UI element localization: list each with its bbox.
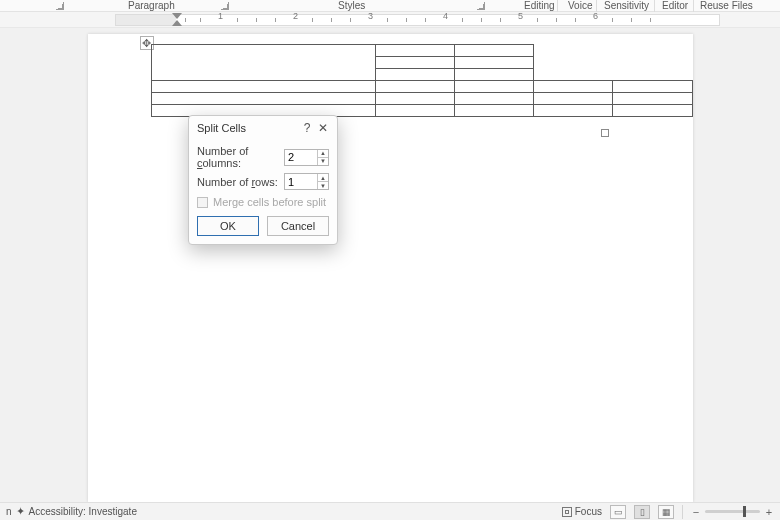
paragraph-dialog-launcher-icon[interactable] bbox=[221, 2, 229, 10]
print-layout-button[interactable]: ▯ bbox=[634, 505, 650, 519]
document-table[interactable] bbox=[151, 44, 693, 117]
rows-spin-down-icon[interactable]: ▼ bbox=[318, 182, 328, 189]
rows-input[interactable] bbox=[285, 174, 317, 189]
ruler-mark: 6 bbox=[593, 11, 598, 21]
table-row[interactable] bbox=[151, 93, 692, 105]
ribbon-separator bbox=[654, 0, 655, 12]
columns-spinner[interactable]: ▲ ▼ bbox=[284, 149, 329, 166]
table-cell[interactable] bbox=[375, 45, 454, 57]
rows-spin-up-icon[interactable]: ▲ bbox=[318, 174, 328, 182]
hanging-indent-icon[interactable] bbox=[172, 20, 182, 26]
columns-input[interactable] bbox=[285, 150, 317, 165]
ruler-tick bbox=[312, 18, 313, 22]
table-cell[interactable] bbox=[533, 81, 612, 93]
columns-row: Number of columns: ▲ ▼ bbox=[197, 145, 329, 169]
read-mode-button[interactable]: ▭ bbox=[610, 505, 626, 519]
table-resize-handle-icon[interactable] bbox=[601, 129, 609, 137]
table-cell[interactable] bbox=[375, 105, 454, 117]
table-cell[interactable] bbox=[533, 105, 612, 117]
table-cell[interactable] bbox=[375, 93, 454, 105]
document-page[interactable]: ✥ bbox=[88, 34, 693, 502]
ribbon-separator bbox=[693, 0, 694, 12]
ribbon-group-reuse-files: Reuse Files bbox=[700, 0, 753, 11]
table-cell[interactable] bbox=[151, 45, 375, 81]
columns-spin-up-icon[interactable]: ▲ bbox=[318, 150, 328, 158]
table-cell[interactable] bbox=[151, 93, 375, 105]
ok-button[interactable]: OK bbox=[197, 216, 259, 236]
columns-label: Number of columns: bbox=[197, 145, 284, 169]
table-cell[interactable] bbox=[375, 57, 454, 69]
table-cell[interactable] bbox=[454, 45, 533, 57]
table-cell[interactable] bbox=[533, 93, 612, 105]
ruler-tick bbox=[425, 18, 426, 22]
web-icon: ▦ bbox=[662, 507, 671, 517]
cancel-button[interactable]: Cancel bbox=[267, 216, 329, 236]
split-cells-dialog: Split Cells ? ✕ Number of columns: ▲ ▼ N… bbox=[188, 115, 338, 245]
ruler-tick bbox=[387, 18, 388, 22]
ruler-tick bbox=[612, 18, 613, 22]
status-left: n ✦ Accessibility: Investigate bbox=[6, 505, 137, 518]
table-cell[interactable] bbox=[151, 81, 375, 93]
rows-spinner[interactable]: ▲ ▼ bbox=[284, 173, 329, 190]
table-cell[interactable] bbox=[613, 81, 692, 93]
table-cell[interactable] bbox=[454, 93, 533, 105]
zoom-in-button[interactable]: + bbox=[764, 506, 774, 518]
ruler-tick bbox=[256, 18, 257, 22]
zoom-slider[interactable]: − + bbox=[691, 506, 774, 518]
ribbon-group-sensitivity: Sensitivity bbox=[604, 0, 649, 11]
dialog-titlebar[interactable]: Split Cells ? ✕ bbox=[189, 116, 337, 139]
ruler-tick bbox=[650, 18, 651, 22]
table-cell[interactable] bbox=[454, 81, 533, 93]
zoom-out-button[interactable]: − bbox=[691, 506, 701, 518]
styles-dialog-launcher-icon[interactable] bbox=[477, 2, 485, 10]
ruler-tick bbox=[350, 18, 351, 22]
focus-mode-button[interactable]: Focus bbox=[562, 506, 602, 517]
ruler-tick bbox=[575, 18, 576, 22]
dialog-buttons: OK Cancel bbox=[197, 216, 329, 236]
page-icon: ▯ bbox=[640, 507, 645, 517]
ruler-mark: 4 bbox=[443, 11, 448, 21]
ruler-tick bbox=[631, 18, 632, 22]
status-right: Focus ▭ ▯ ▦ − + bbox=[562, 505, 774, 519]
ruler-tick bbox=[462, 18, 463, 22]
rows-label: Number of rows: bbox=[197, 176, 284, 188]
table-cell[interactable] bbox=[454, 69, 533, 81]
ribbon-group-styles: Styles bbox=[338, 0, 365, 11]
table-row[interactable] bbox=[151, 81, 692, 93]
ruler-tick bbox=[200, 18, 201, 22]
table-row[interactable] bbox=[151, 45, 692, 57]
font-dialog-launcher-icon[interactable] bbox=[56, 2, 64, 10]
horizontal-ruler[interactable]: 1 2 3 4 5 6 bbox=[0, 12, 780, 28]
table-cell[interactable] bbox=[613, 105, 692, 117]
first-line-indent-icon[interactable] bbox=[172, 13, 182, 19]
zoom-track[interactable] bbox=[705, 510, 760, 513]
accessibility-icon[interactable]: ✦ bbox=[16, 505, 25, 518]
ribbon-groups-row: Paragraph Styles Editing Voice Sensitivi… bbox=[0, 0, 780, 12]
dialog-help-button[interactable]: ? bbox=[299, 121, 315, 135]
ruler-tick bbox=[481, 18, 482, 22]
focus-icon bbox=[562, 507, 572, 517]
ruler-tick bbox=[537, 18, 538, 22]
table-cell[interactable] bbox=[454, 57, 533, 69]
dialog-body: Number of columns: ▲ ▼ Number of rows: ▲… bbox=[189, 139, 337, 244]
columns-spin-down-icon[interactable]: ▼ bbox=[318, 158, 328, 165]
accessibility-status[interactable]: Accessibility: Investigate bbox=[29, 506, 137, 517]
table-cell[interactable] bbox=[375, 81, 454, 93]
table-cell[interactable] bbox=[375, 69, 454, 81]
book-icon: ▭ bbox=[614, 507, 623, 517]
ruler-tick bbox=[185, 18, 186, 22]
dialog-close-button[interactable]: ✕ bbox=[315, 121, 331, 135]
ruler-mark: 1 bbox=[218, 11, 223, 21]
zoom-thumb-icon[interactable] bbox=[743, 506, 746, 517]
status-bar: n ✦ Accessibility: Investigate Focus ▭ ▯… bbox=[0, 502, 780, 520]
ribbon-group-paragraph: Paragraph bbox=[128, 0, 175, 11]
table-cell[interactable] bbox=[613, 93, 692, 105]
ribbon-group-editing: Editing bbox=[524, 0, 555, 11]
table-cell[interactable] bbox=[454, 105, 533, 117]
ruler-tick bbox=[500, 18, 501, 22]
ruler-tick bbox=[331, 18, 332, 22]
checkbox-box-icon bbox=[197, 197, 208, 208]
web-layout-button[interactable]: ▦ bbox=[658, 505, 674, 519]
ribbon-separator bbox=[596, 0, 597, 12]
ruler-tick bbox=[275, 18, 276, 22]
